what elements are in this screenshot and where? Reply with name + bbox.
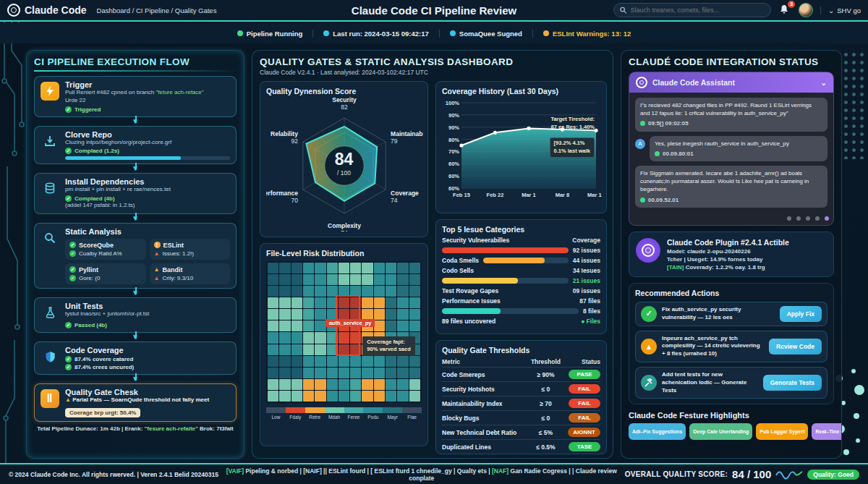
pagination-dot[interactable] [796,216,801,221]
heatmap-title: File-Level Risk Distribution [266,249,422,258]
tool-eslint: !ESLint ▲Issues: 1.2!) [150,239,231,260]
step-trigger: Trigger Pull Reniert #482 cpned on branc… [34,76,237,117]
assistant-card: Claude Code Assistant ⌄ I"s recieved 482… [629,72,834,226]
feature-pill[interactable]: Adi–Fix Suggestions [629,423,686,440]
info-icon: ! [154,242,161,248]
feature-pill[interactable]: Real–Tine Calaberlen [812,423,842,440]
apply-fix-button[interactable]: Apply Fix [780,306,822,322]
divider [34,70,237,72]
claude-logo-icon [7,4,20,17]
review-code-button[interactable]: Rcview Code [769,339,822,354]
breadcrumb[interactable]: Dashboard / CI Pipeline / Quality Gates [97,7,217,14]
svg-text:Mar 15: Mar 15 [587,192,602,198]
chevron-down-icon[interactable]: ⌄ [820,78,827,87]
flow-arrow-icon: ▼ [34,164,237,173]
feature-pill[interactable]: Pub Laggar Sypert [756,423,808,440]
check-icon: ✓ [65,356,72,362]
logo-text: Claude Code [25,4,87,16]
plugin-coverage: [TAIN] Coverady: 1.2.2% oay. 1.8 trg [667,264,789,271]
step-title: Install Dependencies [65,177,230,186]
feature-pill[interactable]: Deep Cale Unertanding [689,423,752,440]
coverage-history-card: Coverage History (Last 30 Days) 100%90%9… [435,81,607,213]
check-icon: ✓ [641,306,657,322]
coverage-title: Coverage History (Last 30 Days) [442,87,600,95]
pause-icon: ‖ [41,389,59,408]
check-icon: ✓ [69,242,76,248]
search-box[interactable] [613,3,771,17]
integration-panel-title: CLAUDÉ CODE INTEGRATION STATUS [629,56,834,67]
thresholds-title: Quality Gate Thresholds [442,346,600,354]
svg-text:Mar 1: Mar 1 [522,192,536,198]
svg-text:92: 92 [291,137,298,145]
user-avatar[interactable] [799,3,813,17]
table-row: Duplicated Lines≤ 0.5%TASE [442,440,600,454]
pagination-dot[interactable] [787,216,791,221]
flow-arrow-icon: ▼ [34,117,237,126]
check-icon: ✓ [65,148,72,154]
svg-text:Maintainability: Maintainability [391,130,423,137]
svg-text:74: 74 [341,229,348,232]
copyright: © 2024 Claude Code Inc. All rights rwerv… [9,471,218,478]
top-bar: Claude Code Dashboard / CI Pipeline / Qu… [0,0,868,22]
svg-text:79: 79 [391,137,398,145]
assistant-title: Claude Code Assistant [652,78,735,87]
status-badge: AIONNT [568,428,600,437]
pipeline-status-bar: Pipeline Running Last run: 2024-03-15 09… [0,23,868,43]
status-chip: Last run: 2024-03-15 09:42:17 [312,30,439,38]
status-dot [237,30,243,36]
step-install-deps: Install Dependencies prn install + pin i… [34,173,237,214]
check-icon: ✓ [65,364,72,370]
quality-panel: QUALITY GATES & STATIC ANALYSIS DASHBOAR… [252,50,613,459]
database-icon [41,179,59,198]
check-icon: ✓ [65,322,72,328]
pipeline-summary: Tetal Pipeline Dunace: 1m 42b | Erank: "… [34,425,237,432]
quality-panel-title: QUALITY GATES & STATIC ANALYSIS DASHBOAR… [260,56,605,67]
shield-icon [41,347,59,366]
message-timestamp: 00.09.52.01 [640,196,822,204]
svg-text:90%: 90% [448,124,459,131]
overall-score-value: 84 / 100 [732,468,771,480]
footer-status: [VAIF] Pipeling & norbed | [NAIF] || ESL… [218,467,625,482]
download-icon [41,132,59,150]
issue-categories-card: Top 5 Iesue Categories Security Vulneera… [435,219,607,334]
generate-tests-button[interactable]: Genorate Tests [763,375,822,391]
issue-bar [442,278,569,284]
table-row: Code Smereps≥ 90%PASE [442,368,600,382]
chevron-down-icon: ⌄ [828,7,834,14]
pagination-dot-active[interactable] [825,216,829,221]
step-title: Static Analysis [65,227,230,236]
issue-bar [442,247,569,253]
step-clone-repo: Clorve Repo Cluzing intpo//beghon/org/pr… [34,126,237,165]
plugin-icon [636,238,660,263]
action-item: ▲ Inpeure ach_service_py tch complesilit… [635,331,827,362]
thresholds-table: Metric Threshold Status Code Smereps≥ 90… [442,357,600,454]
integration-panel: CLAUDÉ CODE INTEGRATION STATUS Claude Co… [621,50,842,459]
plugin-title: Claude Code Plugin #2.4.1 Actible [667,238,789,247]
svg-text:70: 70 [291,197,298,204]
check-icon: ✓ [65,106,72,113]
notifications-button[interactable]: 3 [778,4,791,17]
app-logo[interactable]: Claude Code [7,4,87,17]
svg-text:Complexity: Complexity [328,222,361,229]
status-dot [323,30,329,36]
search-icon [620,7,626,14]
search-input[interactable] [631,7,765,14]
svg-text:60%: 60% [448,173,459,179]
check-icon: ✓ [69,275,76,281]
tool-pyllint: ✓Pyllint ✓Gore: (0 [65,263,146,284]
svg-text:Coverage: Coverage [391,190,419,197]
step-title: Quality Gate Chesk [65,388,230,396]
user-menu[interactable]: ⌄ SHV go [820,7,861,14]
status-dot [543,30,549,36]
issue-bar [483,258,569,263]
top5-title: Top 5 Iesue Categories [442,225,600,234]
heatmap-tooltip: Coverage fapt:90% varved saed [362,336,414,356]
pagination-dot[interactable] [806,216,810,221]
svg-text:Security: Security [332,96,357,103]
svg-text:Performance: Performance [266,190,298,197]
risk-heatmap-card: File-Level Risk Distribution auth_servic… [260,243,428,446]
action-item: Add tent tests for new achenication lodi… [635,367,827,399]
pagination-dot[interactable] [815,216,820,221]
svg-text:74: 74 [391,197,398,204]
step-title: Unit Tests [65,302,230,310]
